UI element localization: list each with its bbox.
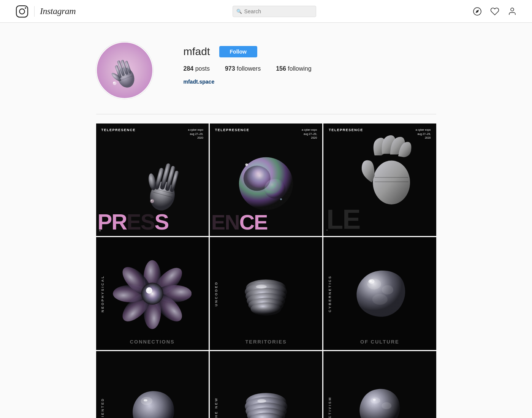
crystal-ring-graphic: [228, 255, 304, 332]
heart-icon[interactable]: [490, 7, 499, 16]
svg-marker-4: [476, 10, 479, 13]
crystal-r3-3: [345, 374, 415, 418]
grid-post-7[interactable]: IENTED ENTED: [96, 351, 209, 418]
posts-count: 284: [184, 65, 194, 72]
svg-point-16: [113, 82, 114, 83]
svg-point-56: [372, 294, 387, 305]
svg-point-53: [256, 285, 267, 288]
grid-post-8[interactable]: HE NEW: [210, 351, 322, 418]
svg-point-67: [382, 402, 392, 409]
svg-point-66: [257, 399, 266, 403]
bottom-text-connections: CONNECTIONS: [96, 339, 209, 345]
svg-point-31: [247, 164, 248, 165]
svg-point-2: [25, 7, 26, 9]
posts-label: posts: [195, 65, 210, 72]
vertical-text-r3-2: HE NEW: [214, 397, 218, 418]
followers-label: followers: [237, 65, 261, 72]
profile-website[interactable]: mfadt.space: [184, 79, 215, 85]
compass-icon[interactable]: [473, 7, 482, 16]
profile-top-row: mfadt Follow: [184, 46, 436, 58]
search-icon: 🔍: [236, 9, 242, 14]
grid-divider: [96, 114, 436, 114]
svg-point-60: [144, 399, 148, 401]
header: Instagram 🔍: [0, 0, 532, 23]
svg-point-55: [382, 285, 393, 294]
search-container[interactable]: 🔍: [233, 6, 316, 17]
following-label: following: [288, 65, 311, 72]
svg-point-68: [370, 397, 380, 404]
avatar-container: [96, 42, 153, 99]
grid-post-5[interactable]: UNCODED: [210, 237, 322, 350]
search-input[interactable]: [233, 6, 316, 17]
following-count: 156: [276, 65, 286, 72]
follow-button[interactable]: Follow: [219, 46, 257, 57]
avatar-image: [97, 42, 152, 99]
bottom-text-territories: TERRITORIES: [210, 339, 322, 345]
logo-text: Instagram: [40, 6, 76, 16]
username: mfadt: [184, 46, 210, 58]
grid-post-6[interactable]: CYBERNETICS: [323, 237, 436, 350]
vertical-text-neophysical: NEOPHYSICAL: [101, 275, 104, 312]
grid-section: TELEPRESENCE a cyber expoaug 27–29,2020: [89, 114, 444, 418]
vertical-text-cybernetics: CYBERNETICS: [328, 275, 332, 312]
grid-post-4[interactable]: NEOPHYSICAL: [96, 237, 209, 350]
bottom-text-of-culture: OF CULTURE: [323, 339, 436, 345]
svg-point-52: [251, 302, 282, 315]
vertical-text-r3-3: CTIVISM: [328, 396, 332, 418]
following-stat[interactable]: 156 following: [276, 65, 311, 72]
instagram-logo-icon: [15, 5, 29, 18]
grid-post-1[interactable]: TELEPRESENCE a cyber expoaug 27–29,2020: [96, 124, 209, 236]
profile-info: mfadt Follow 284 posts 973 followers 156…: [184, 42, 436, 85]
svg-rect-0: [16, 6, 28, 17]
svg-point-69: [373, 399, 376, 401]
svg-point-26: [151, 200, 152, 201]
svg-point-33: [373, 161, 410, 205]
grid-post-9[interactable]: CTIVISM CTIVISM: [323, 351, 436, 418]
posts-stat: 284 posts: [184, 65, 210, 72]
header-icons: [473, 7, 517, 16]
svg-point-32: [280, 198, 282, 200]
crystal-r3-2: [230, 373, 303, 418]
profile-section: mfadt Follow 284 posts 973 followers 156…: [89, 23, 444, 114]
photo-grid: TELEPRESENCE a cyber expoaug 27–29,2020: [96, 124, 436, 418]
crystal-r3-1: [116, 375, 189, 418]
svg-point-29: [264, 179, 285, 199]
logo-area: Instagram: [15, 5, 76, 18]
followers-stat[interactable]: 973 followers: [225, 65, 261, 72]
svg-point-44: [141, 282, 163, 304]
vertical-text-r3-1: IENTED: [101, 397, 104, 417]
svg-point-15: [112, 81, 116, 85]
svg-point-46: [147, 288, 149, 291]
crystal-flower-graphic: [113, 254, 192, 333]
crystal-blob-graphic: [342, 255, 418, 332]
grid-post-2[interactable]: TELEPRESENCE a cyber expoaug 27–29,2020: [210, 124, 322, 236]
svg-point-58: [369, 280, 372, 282]
avatar: [96, 42, 153, 99]
followers-count: 973: [225, 65, 235, 72]
grid-post-3[interactable]: TELEPRESENCE a cyber expoaug 27–29,2020: [323, 124, 436, 236]
profile-stats: 284 posts 973 followers 156 following: [184, 65, 436, 72]
svg-point-1: [19, 9, 25, 14]
logo-divider: [34, 6, 35, 17]
svg-point-5: [511, 8, 514, 11]
vertical-text-uncoded: UNCODED: [214, 281, 218, 306]
profile-icon[interactable]: [508, 7, 517, 16]
